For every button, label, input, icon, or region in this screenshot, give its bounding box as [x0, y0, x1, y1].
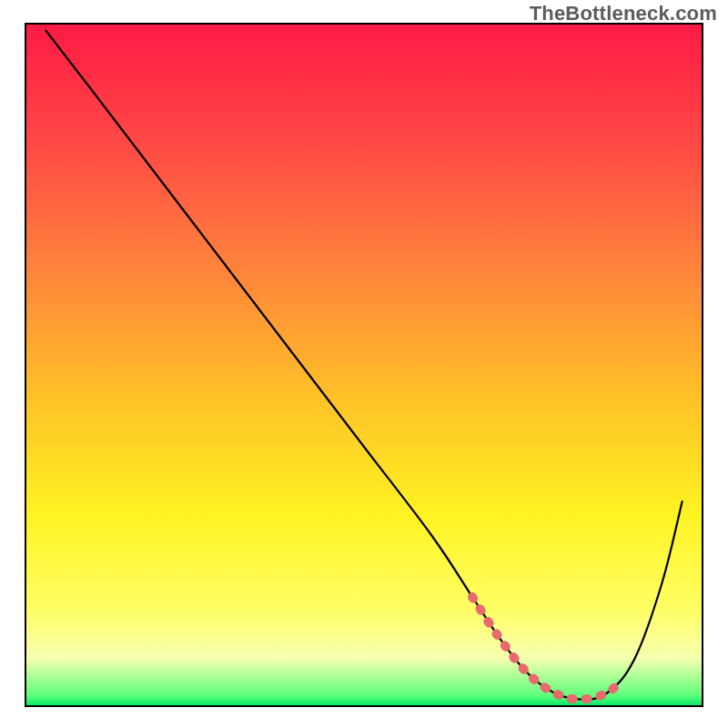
- bottleneck-chart: [0, 0, 728, 728]
- watermark-text: TheBottleneck.com: [530, 2, 717, 25]
- chart-frame: TheBottleneck.com: [0, 0, 728, 728]
- gradient-background: [25, 24, 703, 706]
